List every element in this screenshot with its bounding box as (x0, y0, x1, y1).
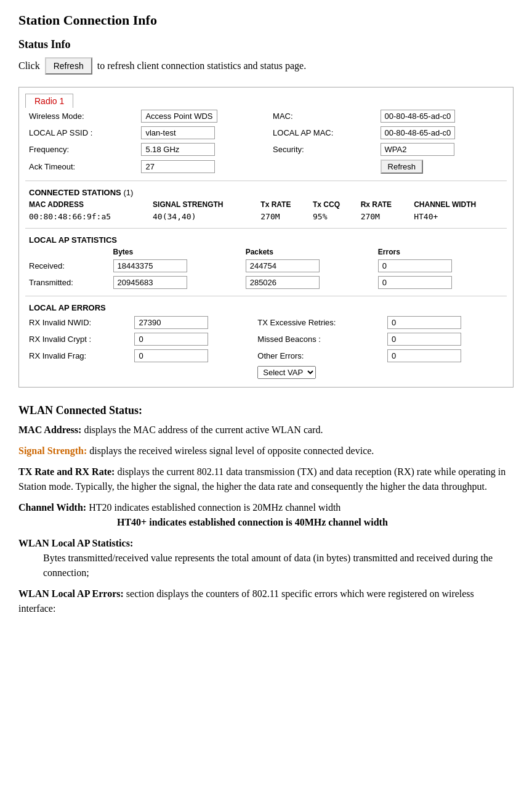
wlan-local-ap-stats-bold: WLAN Local AP Statistics: (18, 538, 133, 548)
click-text-after: to refresh client connection statistics … (97, 60, 306, 71)
page-title: Station Connection Info (18, 12, 514, 28)
col-txrate-header: Tx RATE (257, 199, 309, 210)
other-errors-value: 0 (387, 349, 461, 362)
wireless-mode-label: Wireless Mode: (25, 108, 137, 124)
security-value: WPA2 (381, 143, 454, 156)
local-ap-errors-header-row: LOCAL AP ERRORS (25, 301, 507, 314)
frequency-value: 5.18 GHz (141, 143, 215, 156)
received-row: Received: 18443375 244754 0 (25, 258, 507, 274)
transmitted-label: Transmitted: (25, 274, 110, 291)
radio1-tab[interactable]: Radio 1 (25, 94, 73, 108)
local-ap-stats-table: LOCAL AP STATISTICS Bytes Packets Errors… (25, 234, 507, 291)
local-ap-errors-header: LOCAL AP ERRORS (29, 303, 106, 312)
status-info-heading: Status Info (18, 38, 514, 51)
click-text-before: Click (18, 60, 40, 71)
ack-timeout-row: Ack Timeout: 27 Refresh (25, 158, 507, 176)
wireless-mode-row: Wireless Mode: Access Point WDS MAC: 00-… (25, 108, 507, 124)
main-config-box: Radio 1 Wireless Mode: Access Point WDS … (18, 87, 514, 388)
channel-width-bold: Channel Width: (18, 502, 86, 513)
refresh-button-small[interactable]: Refresh (381, 160, 424, 174)
rx-invalid-crypt-label: RX Invalid Crypt : (25, 331, 131, 347)
info-table: Wireless Mode: Access Point WDS MAC: 00-… (25, 108, 507, 176)
local-ap-ssid-label: LOCAL AP SSID : (25, 124, 137, 141)
connected-stations-header: CONNECTED STATIONS (29, 188, 121, 197)
col-txccq-header: Tx CCQ (309, 199, 357, 210)
station-data-row: 00:80:48:66:9f:a5 40(34,40) 270M 95% 270… (25, 210, 507, 223)
ssid-row: LOCAL AP SSID : vlan-test LOCAL AP MAC: … (25, 124, 507, 141)
transmitted-packets: 285026 (246, 276, 320, 289)
signal-strength-bold: Signal Strength: (18, 445, 87, 456)
local-ap-stats-header: LOCAL AP STATISTICS (29, 235, 117, 245)
wlan-local-ap-errors-bold: WLAN Local AP Errors: (18, 588, 124, 599)
missed-beacons-label: Missed Beacons : (254, 331, 384, 347)
mac-address-text: displays the MAC address of the current … (81, 424, 323, 435)
received-label: Received: (25, 258, 110, 274)
click-refresh-line: Click Refresh to refresh client connecti… (18, 57, 514, 75)
channel-width-ht40-bold: HT40+ indicates established connection i… (117, 517, 388, 527)
stats-col-headers: Bytes Packets Errors (25, 246, 507, 258)
col-packets-header: Packets (242, 246, 374, 258)
channel-width-description: Channel Width: HT20 indicates establishe… (18, 500, 514, 530)
wlan-local-ap-stats-text: Bytes transmitted/received value represe… (43, 551, 514, 580)
mac-address-bold: MAC Address: (18, 424, 81, 435)
mac-label: MAC: (269, 108, 376, 124)
channel-width-text: HT20 indicates established connection is… (86, 502, 341, 513)
transmitted-bytes: 20945683 (113, 276, 187, 289)
rx-invalid-frag-value: 0 (134, 349, 208, 362)
transmitted-errors: 0 (378, 276, 452, 289)
col-rxrate-header: Rx RATE (357, 199, 411, 210)
tx-excessive-value: 0 (387, 316, 461, 329)
col-signal-header: SIGNAL STRENGTH (149, 199, 257, 210)
rx-invalid-nwid-value: 27390 (134, 316, 208, 329)
ack-timeout-label: Ack Timeout: (25, 158, 137, 176)
rx-invalid-frag-row: RX Invalid Frag: 0 Other Errors: 0 (25, 347, 507, 364)
received-bytes: 18443375 (113, 259, 187, 272)
col-bytes-header: Bytes (110, 246, 242, 258)
station-chwidth: HT40+ (410, 210, 507, 223)
local-ap-mac-value: 00-80-48-65-ad-c0 (381, 126, 456, 139)
wlan-local-ap-stats-description: WLAN Local AP Statistics: Bytes transmit… (18, 536, 514, 580)
local-ap-mac-label: LOCAL AP MAC: (269, 124, 376, 141)
col-mac-header: MAC ADDRESS (25, 199, 149, 210)
rx-invalid-crypt-value: 0 (134, 333, 208, 346)
ack-timeout-value: 27 (141, 160, 215, 173)
tx-rx-description: TX Rate and RX Rate: displays the curren… (18, 465, 514, 494)
rx-invalid-nwid-row: RX Invalid NWID: 27390 TX Excessive Retr… (25, 314, 507, 331)
frequency-row: Frequency: 5.18 GHz Security: WPA2 (25, 141, 507, 158)
connected-stations-table: CONNECTED STATIONS (1) MAC ADDRESS SIGNA… (25, 186, 507, 223)
local-ap-errors-table: LOCAL AP ERRORS RX Invalid NWID: 27390 T… (25, 301, 507, 381)
refresh-button-top[interactable]: Refresh (45, 57, 92, 75)
local-ap-stats-header-row: LOCAL AP STATISTICS (25, 234, 507, 246)
station-txrate: 270M (257, 210, 309, 223)
other-errors-label: Other Errors: (254, 347, 384, 364)
tx-rx-bold: TX Rate and RX Rate: (18, 466, 115, 477)
received-errors: 0 (378, 259, 452, 272)
select-vap-row: Select VAP (25, 364, 507, 381)
station-signal: 40(34,40) (149, 210, 257, 223)
mac-address-description: MAC Address: displays the MAC address of… (18, 423, 514, 437)
transmitted-row: Transmitted: 20945683 285026 0 (25, 274, 507, 291)
col-errors-header: Errors (374, 246, 507, 258)
signal-strength-text: displays the received wireless signal le… (87, 445, 374, 456)
wlan-connected-title: WLAN Connected Status: (18, 402, 514, 419)
mac-value: 00-80-48-65-ad-c0 (381, 110, 456, 123)
missed-beacons-value: 0 (387, 333, 461, 346)
security-label: Security: (269, 141, 376, 158)
select-vap-dropdown[interactable]: Select VAP (257, 366, 316, 379)
station-rxrate: 270M (357, 210, 411, 223)
col-chwidth-header: CHANNEL WIDTH (410, 199, 507, 210)
rx-invalid-nwid-label: RX Invalid NWID: (25, 314, 131, 331)
stations-col-headers: MAC ADDRESS SIGNAL STRENGTH Tx RATE Tx C… (25, 199, 507, 210)
received-packets: 244754 (246, 259, 320, 272)
wireless-mode-value: Access Point WDS (141, 110, 217, 123)
rx-invalid-frag-label: RX Invalid Frag: (25, 347, 131, 364)
connected-stations-header-row: CONNECTED STATIONS (1) (25, 186, 507, 199)
station-mac: 00:80:48:66:9f:a5 (25, 210, 149, 223)
connected-stations-count: (1) (123, 188, 133, 197)
local-ap-ssid-value: vlan-test (141, 126, 215, 139)
wlan-local-ap-errors-description: WLAN Local AP Errors: section displays t… (18, 587, 514, 616)
signal-strength-description: Signal Strength: displays the received w… (18, 444, 514, 458)
station-txccq: 95% (309, 210, 357, 223)
frequency-label: Frequency: (25, 141, 137, 158)
tx-excessive-label: TX Excessive Retries: (254, 314, 384, 331)
